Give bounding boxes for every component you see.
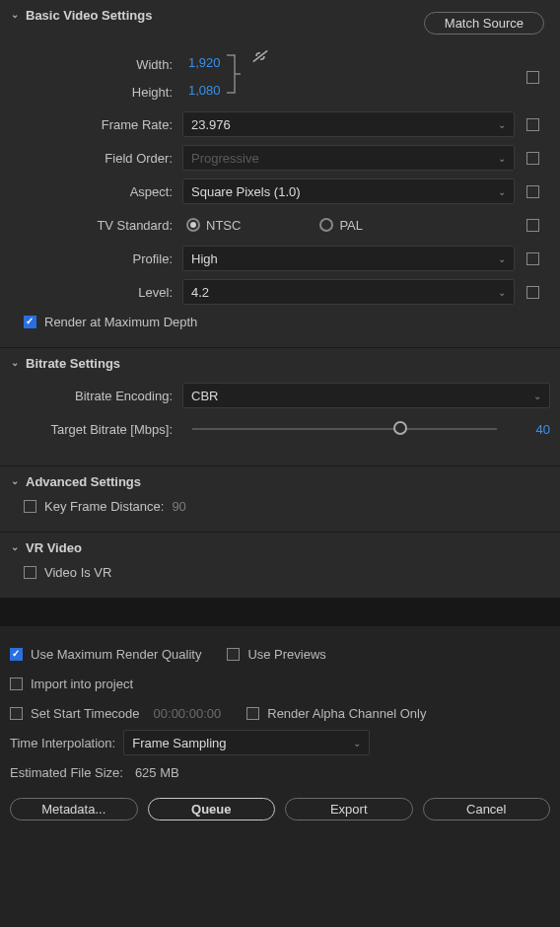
start-timecode-value: 00:00:00:00 (154, 706, 222, 721)
advanced-section-header[interactable]: ⌄ Advanced Settings (10, 474, 550, 489)
keyframe-distance-value: 90 (172, 499, 185, 514)
field-order-lock-checkbox[interactable] (526, 152, 539, 165)
render-alpha-checkbox[interactable] (246, 707, 259, 720)
bitrate-title: Bitrate Settings (26, 356, 120, 371)
ntsc-radio[interactable]: NTSC (186, 218, 241, 233)
chevron-down-icon: ⌄ (10, 476, 20, 486)
advanced-settings-panel: ⌄ Advanced Settings Key Frame Distance: … (0, 466, 560, 533)
slider-thumb[interactable] (393, 421, 407, 435)
basic-video-settings-panel: Match Source ⌄ Basic Video Settings Widt… (0, 0, 560, 348)
estimated-file-size-value: 625 MB (135, 765, 179, 780)
queue-button[interactable]: Queue (148, 798, 276, 820)
set-start-timecode-checkbox[interactable] (10, 707, 23, 720)
time-interpolation-label: Time Interpolation: (10, 736, 115, 750)
target-bitrate-slider[interactable] (192, 428, 497, 430)
width-value[interactable]: 1,920 (182, 55, 221, 70)
advanced-title: Advanced Settings (26, 474, 141, 489)
cancel-button[interactable]: Cancel (423, 798, 551, 820)
field-order-dropdown: Progressive⌄ (182, 145, 515, 171)
level-label: Level: (10, 285, 182, 300)
export-button[interactable]: Export (285, 798, 413, 820)
tv-standard-label: TV Standard: (10, 218, 182, 233)
keyframe-distance-checkbox[interactable] (24, 500, 36, 513)
video-is-vr-checkbox[interactable] (24, 566, 36, 579)
vr-section-header[interactable]: ⌄ VR Video (10, 540, 550, 555)
import-into-project-label: Import into project (31, 677, 133, 691)
use-previews-label: Use Previews (247, 647, 325, 662)
match-source-button[interactable]: Match Source (424, 12, 544, 35)
basic-video-section-header[interactable]: ⌄ Basic Video Settings (10, 8, 424, 23)
target-bitrate-value[interactable]: 40 (507, 422, 550, 437)
set-start-timecode-label: Set Start Timecode (31, 706, 140, 721)
max-render-quality-label: Use Maximum Render Quality (31, 647, 201, 662)
profile-dropdown[interactable]: High⌄ (182, 246, 515, 271)
bitrate-section-header[interactable]: ⌄ Bitrate Settings (10, 356, 550, 371)
aspect-dropdown[interactable]: Square Pixels (1.0)⌄ (182, 178, 515, 204)
level-lock-checkbox[interactable] (526, 286, 539, 299)
frame-rate-label: Frame Rate: (10, 117, 182, 132)
max-render-quality-checkbox[interactable] (10, 648, 23, 661)
aspect-lock-checkbox[interactable] (526, 185, 539, 198)
profile-lock-checkbox[interactable] (526, 252, 539, 265)
use-previews-checkbox[interactable] (227, 648, 240, 661)
chevron-down-icon: ⌄ (10, 542, 20, 552)
render-max-depth-checkbox[interactable] (24, 316, 36, 328)
vr-video-panel: ⌄ VR Video Video Is VR (0, 533, 560, 599)
render-max-depth-label: Render at Maximum Depth (44, 315, 197, 329)
chevron-down-icon: ⌄ (10, 10, 20, 20)
metadata-button[interactable]: Metadata... (10, 798, 138, 820)
import-into-project-checkbox[interactable] (10, 677, 23, 690)
render-alpha-label: Render Alpha Channel Only (267, 706, 426, 721)
basic-video-title: Basic Video Settings (26, 8, 152, 23)
keyframe-distance-label: Key Frame Distance: (44, 499, 164, 514)
field-order-label: Field Order: (10, 151, 182, 166)
bitrate-encoding-dropdown[interactable]: CBR⌄ (182, 383, 550, 408)
pal-radio[interactable]: PAL (319, 218, 363, 233)
tv-standard-lock-checkbox[interactable] (526, 219, 539, 232)
width-label: Width: (10, 50, 173, 78)
chevron-down-icon: ⌄ (10, 358, 20, 368)
estimated-file-size-label: Estimated File Size: (10, 765, 123, 780)
bitrate-encoding-label: Bitrate Encoding: (10, 389, 182, 403)
vr-title: VR Video (26, 540, 82, 555)
dimensions-lock-checkbox[interactable] (526, 71, 539, 84)
level-dropdown[interactable]: 4.2⌄ (182, 279, 515, 305)
target-bitrate-label: Target Bitrate [Mbps]: (10, 422, 182, 437)
unlink-icon[interactable] (250, 48, 270, 67)
time-interpolation-dropdown[interactable]: Frame Sampling⌄ (123, 730, 370, 755)
bitrate-settings-panel: ⌄ Bitrate Settings Bitrate Encoding: CBR… (0, 348, 560, 466)
height-label: Height: (10, 78, 173, 106)
frame-rate-lock-checkbox[interactable] (526, 118, 539, 131)
link-bracket-icon (221, 48, 246, 100)
frame-rate-dropdown[interactable]: 23.976⌄ (182, 111, 515, 137)
export-footer: Use Maximum Render Quality Use Previews … (0, 626, 560, 832)
aspect-label: Aspect: (10, 184, 182, 199)
video-is-vr-label: Video Is VR (44, 565, 111, 580)
height-value[interactable]: 1,080 (182, 83, 221, 98)
profile-label: Profile: (10, 251, 182, 266)
